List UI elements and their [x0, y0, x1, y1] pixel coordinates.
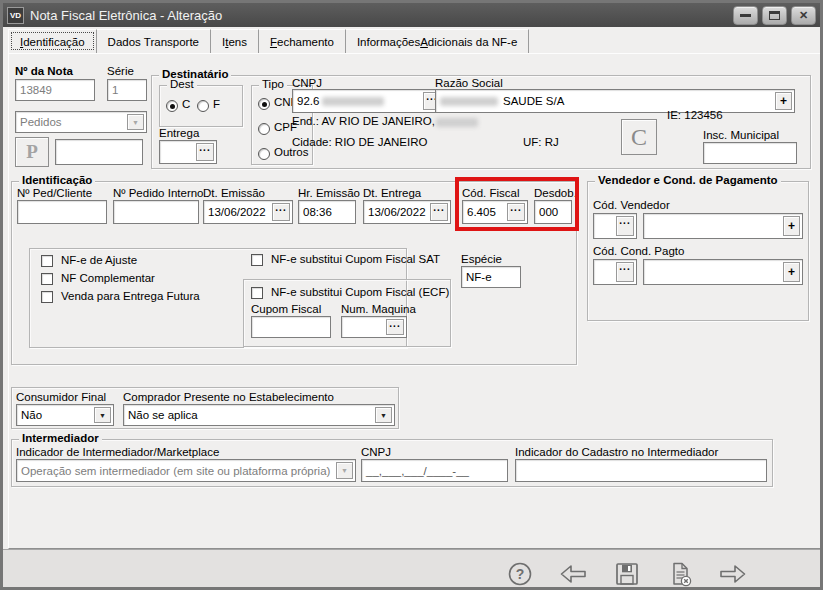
previous-button[interactable]: [559, 560, 587, 588]
tab-fechamento[interactable]: Fechamento: [259, 29, 346, 53]
bottom-toolbar: ?: [3, 549, 820, 590]
p-button[interactable]: P: [15, 137, 49, 167]
nfe-substitui-ecf-checkbox[interactable]: [251, 287, 263, 299]
entrega-lookup-button[interactable]: ...: [196, 143, 214, 161]
cod-fiscal-lookup-button[interactable]: ...: [507, 203, 525, 221]
minimize-icon: [740, 14, 751, 17]
pedido-interno-field[interactable]: [113, 200, 199, 224]
identificacao-title: Identificação: [19, 174, 95, 186]
dest-f-radio[interactable]: [197, 100, 209, 112]
venda-entrega-futura-label: Venda para Entrega Futura: [61, 290, 200, 302]
tipo-cpf-radio[interactable]: [258, 123, 270, 135]
dt-emissao-calendar-button[interactable]: ...: [272, 203, 290, 221]
nfe-substitui-ecf-label: NF-e substitui Cupom Fiscal (ECF): [271, 286, 449, 298]
chevron-down-icon[interactable]: ▼: [336, 462, 353, 479]
titlebar: VD Nota Fiscal Eletrônica - Alteração ✕: [3, 3, 820, 27]
ie-text: IE: 123456: [667, 109, 723, 121]
razao-social-label: Razão Social: [435, 77, 503, 89]
tipo-documento-combo[interactable]: Pedidos ▼: [15, 111, 147, 133]
minimize-button[interactable]: [733, 6, 758, 25]
numero-nota-field[interactable]: 13849: [15, 79, 95, 101]
maximize-button[interactable]: [762, 6, 787, 25]
entrega-field[interactable]: ...: [159, 140, 217, 164]
venda-entrega-futura-checkbox[interactable]: [41, 291, 53, 303]
intermediador-cnpj-field[interactable]: __,___,___/____-__: [361, 459, 508, 482]
chevron-down-icon[interactable]: ▼: [127, 114, 144, 130]
numero-nota-label: Nº da Nota: [15, 65, 73, 77]
hr-emissao-field[interactable]: 08:36: [298, 200, 356, 224]
comprador-presente-combo[interactable]: Não se aplica ▼: [123, 404, 395, 426]
vendedor-nome-field[interactable]: +: [643, 213, 803, 239]
tab-identificacao[interactable]: Identificação: [8, 29, 97, 53]
ped-cliente-field[interactable]: [17, 200, 107, 224]
cod-cond-pagto-lookup-button[interactable]: ...: [616, 262, 634, 282]
nfe-ajuste-checkbox[interactable]: [41, 255, 53, 267]
cadastro-intermediador-field[interactable]: [515, 459, 767, 482]
serie-field[interactable]: 1: [107, 79, 147, 101]
dt-emissao-label: Dt. Emissão: [203, 187, 265, 199]
dt-entrega-calendar-button[interactable]: ...: [430, 203, 448, 221]
indicador-intermediador-combo[interactable]: Operação sem intermediador (em site ou p…: [16, 459, 356, 482]
tab-dados-transporte[interactable]: Dados Transporte: [97, 29, 211, 53]
intermediador-cnpj-label: CNPJ: [361, 446, 391, 458]
tab-label: dicionais da NF-e: [428, 36, 517, 48]
nf-complementar-checkbox[interactable]: [41, 273, 53, 285]
tab-itens[interactable]: Itens: [211, 29, 259, 53]
close-icon: ✕: [799, 9, 808, 22]
insc-municipal-field[interactable]: [703, 142, 797, 164]
c-button[interactable]: C: [621, 119, 657, 155]
cupom-fiscal-field[interactable]: [251, 316, 331, 338]
cod-vendedor-lookup-button[interactable]: ...: [616, 216, 634, 236]
hr-emissao-value: 08:36: [303, 206, 332, 218]
cadastro-intermediador-label: Indicador do Cadastro no Intermediador: [515, 446, 718, 458]
tab-label: ens: [228, 36, 247, 48]
close-button[interactable]: ✕: [791, 6, 816, 25]
tipo-outros-radio[interactable]: [258, 148, 270, 160]
cod-fiscal-value: 6.405: [467, 206, 496, 218]
cupom-fiscal-label: Cupom Fiscal: [251, 303, 321, 315]
endereco-text: End.: AV RIO DE JANEIRO,: [292, 115, 435, 127]
num-maquina-lookup-button[interactable]: ...: [386, 319, 404, 335]
nfe-substitui-sat-checkbox[interactable]: [251, 254, 263, 266]
help-button[interactable]: ?: [506, 560, 534, 588]
tipo-documento-value: Pedidos: [20, 116, 62, 128]
consumidor-final-combo[interactable]: Não ▼: [16, 404, 114, 426]
chevron-down-icon[interactable]: ▼: [94, 407, 111, 423]
vendedor-add-button[interactable]: +: [783, 216, 800, 236]
desdob-field[interactable]: 000: [534, 200, 572, 224]
tab-informacoes-adicionais[interactable]: Informações Adicionais da NF-e: [346, 29, 529, 53]
num-maquina-label: Num. Maquina: [341, 303, 416, 315]
dt-emissao-field[interactable]: 13/06/2022 ...: [203, 200, 293, 224]
chevron-down-icon[interactable]: ▼: [375, 407, 392, 423]
dt-entrega-field[interactable]: 13/06/2022 ...: [363, 200, 451, 224]
cod-fiscal-field[interactable]: 6.405 ...: [462, 200, 528, 224]
dt-entrega-value: 13/06/2022: [368, 206, 426, 218]
p-field[interactable]: [55, 139, 143, 165]
cancel-document-button[interactable]: [666, 560, 694, 588]
arrow-right-icon: [719, 560, 747, 588]
razao-social-add-button[interactable]: +: [775, 92, 792, 110]
especie-field[interactable]: NF-e: [461, 266, 521, 288]
cnpj-value: 92.6: [297, 95, 319, 107]
nfe-substitui-sat-label: NF-e substitui Cupom Fiscal SAT: [271, 253, 440, 265]
cond-pagto-nome-field[interactable]: +: [643, 259, 803, 285]
serie-label: Série: [107, 65, 134, 77]
cnpj-field[interactable]: 92.6 ...: [292, 89, 444, 113]
dest-label: Dest: [167, 78, 197, 90]
comprador-presente-value: Não se aplica: [128, 409, 198, 421]
razao-social-field[interactable]: SAUDE S/A +: [435, 89, 795, 113]
tipo-cnpj-radio[interactable]: [258, 98, 270, 110]
cod-cond-pagto-field[interactable]: ...: [593, 259, 637, 285]
redacted-text: [436, 118, 478, 127]
entrega-label: Entrega: [159, 127, 199, 139]
insc-municipal-label: Insc. Municipal: [703, 129, 779, 141]
indicador-intermediador-label: Indicador de Intermediador/Marketplace: [16, 446, 219, 458]
tab-label: Dados Transporte: [108, 36, 199, 48]
cond-pagto-add-button[interactable]: +: [783, 262, 800, 282]
arrow-left-icon: [559, 560, 587, 588]
next-button[interactable]: [719, 560, 747, 588]
dest-c-radio[interactable]: [166, 100, 178, 112]
cod-vendedor-field[interactable]: ...: [593, 213, 637, 239]
num-maquina-field[interactable]: ...: [341, 316, 407, 338]
save-button[interactable]: [613, 560, 641, 588]
